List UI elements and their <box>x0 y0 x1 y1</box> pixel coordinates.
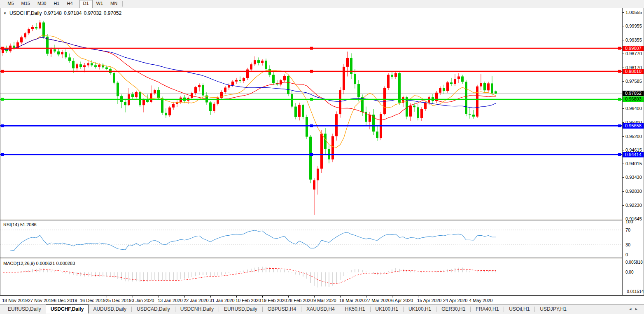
candle <box>480 74 482 90</box>
line-handle[interactable] <box>1 98 4 101</box>
date-label: 13 Jan 2020 <box>158 298 183 303</box>
timeframe-button-M30[interactable]: M30 <box>34 0 50 8</box>
price-tick-label: 0.96400 <box>625 106 642 111</box>
candle <box>79 62 82 69</box>
candle <box>220 90 223 99</box>
chart-tab-usdjpy-h1[interactable]: USDJPY,H1 <box>535 305 571 313</box>
date-tick <box>159 296 159 298</box>
candle <box>131 92 134 99</box>
chart-tab-xauusd-h4[interactable]: XAUUSD,H4 <box>302 305 339 313</box>
price-tick-label: 0.95200 <box>625 134 642 139</box>
line-handle[interactable] <box>1 153 4 156</box>
candle <box>354 69 356 89</box>
chart-plot-area[interactable]: ▼USDCHF,Daily0.971480.971840.970320.9705… <box>0 8 622 295</box>
chart-tab-usdcad-daily[interactable]: USDCAD,Daily <box>132 305 175 313</box>
chart-tab-usdcnh-daily[interactable]: USDCNH,Daily <box>176 305 218 313</box>
line-handle[interactable] <box>1 70 4 73</box>
candle <box>472 110 475 119</box>
tab-separator <box>219 307 219 312</box>
timeframe-button-M1[interactable]: M1 <box>0 0 4 8</box>
price-tick <box>623 12 624 13</box>
candle <box>350 53 352 79</box>
date-tick <box>262 296 263 298</box>
price-tick-label: 0.94015 <box>625 161 642 166</box>
line-handle[interactable] <box>310 47 313 50</box>
candle <box>120 94 123 108</box>
line-handle[interactable] <box>310 153 313 156</box>
timeframe-button-M5[interactable]: M5 <box>4 0 17 8</box>
date-label: 4 May 2020 <box>469 298 492 303</box>
chart-tab-usoil-h1[interactable]: USOil,H1 <box>504 305 534 313</box>
timeframe-button-H1[interactable]: H1 <box>50 0 63 8</box>
candle <box>287 75 289 96</box>
rsi-axis-label: 30 <box>625 242 630 248</box>
line-handle[interactable] <box>310 98 313 101</box>
price-tick-label: 0.98770 <box>625 51 642 56</box>
chart-tab-gbpusd-h4[interactable]: GBPUSD,H4 <box>263 305 301 313</box>
date-label: 27 Nov 2019 <box>28 298 54 303</box>
line-handle[interactable] <box>618 70 621 73</box>
candle <box>50 47 52 57</box>
candle <box>113 71 115 84</box>
date-axis[interactable]: 18 Nov 201927 Nov 20196 Dec 201916 Dec 2… <box>0 295 644 304</box>
chart-tab-eurusd-daily[interactable]: EURUSD,Daily <box>219 305 262 313</box>
line-handle[interactable] <box>618 153 621 156</box>
tab-separator <box>340 307 340 312</box>
candle <box>383 87 386 115</box>
candle <box>213 102 215 113</box>
chart-tab-fra40-h1[interactable]: FRA40,H1 <box>471 305 503 313</box>
chart-tab-bar: EURUSD,DailyUSDCHF,DailyAUDUSD,DailyUSDC… <box>0 304 644 314</box>
line-handle[interactable] <box>618 47 621 50</box>
timeframe-button-M15[interactable]: M15 <box>18 0 34 8</box>
tab-scroll-right-icon[interactable]: ► <box>635 307 641 311</box>
tab-separator <box>301 307 301 312</box>
candle <box>417 104 419 120</box>
chart-tab-uk100-h1[interactable]: UK100,H1 <box>371 305 403 313</box>
candle <box>150 85 152 103</box>
line-handle[interactable] <box>310 70 313 73</box>
price-tick <box>623 108 624 109</box>
date-tick <box>184 296 185 298</box>
chart-tab-uk100-h1[interactable]: UK100,H1 <box>404 305 436 313</box>
line-handle[interactable] <box>618 124 621 127</box>
macd-axis-label: 0.00 <box>625 269 633 275</box>
line-handle[interactable] <box>1 124 4 127</box>
quote-close: 0.97052 <box>104 10 121 16</box>
price-chart-canvas[interactable] <box>0 8 622 295</box>
chart-tab-audusd-daily[interactable]: AUDUSD,Daily <box>89 305 131 313</box>
price-tick <box>623 177 624 178</box>
timeframe-button-D1[interactable]: D1 <box>79 0 93 8</box>
date-tick <box>288 296 289 298</box>
timeframe-button-W1[interactable]: W1 <box>93 0 107 8</box>
tab-separator <box>262 307 263 312</box>
chart-tab-usdchf-daily[interactable]: USDCHF,Daily <box>46 305 89 314</box>
symbol-dropdown-icon[interactable]: ▼ <box>3 12 7 15</box>
tab-scroll-left-icon[interactable]: ◄ <box>628 307 635 311</box>
candle <box>154 89 156 95</box>
line-handle[interactable] <box>310 124 313 127</box>
price-tick <box>623 68 624 68</box>
date-tick <box>392 296 392 298</box>
rsi-axis-label: 0 <box>625 252 628 258</box>
line-handle[interactable] <box>1 47 4 50</box>
timeframe-button-H4[interactable]: H4 <box>63 0 76 8</box>
date-tick <box>210 296 211 298</box>
candle <box>102 63 104 69</box>
candle <box>13 42 15 50</box>
chart-tab-eurusd-daily[interactable]: EURUSD,Daily <box>3 305 46 313</box>
line-handle[interactable] <box>618 98 621 101</box>
candle <box>202 83 204 97</box>
chart-tab-ger30-h1[interactable]: GER30,H1 <box>437 305 470 313</box>
current-price-tag: 0.97052 <box>623 91 644 96</box>
price-axis[interactable]: 1.005550.999550.993550.987700.981700.975… <box>623 8 644 295</box>
chart-tab-hk50-h1[interactable]: HK50,H1 <box>341 305 370 313</box>
timeframe-button-MN[interactable]: MN <box>107 0 121 8</box>
tab-separator <box>534 307 535 312</box>
macd-signal-line <box>3 268 496 284</box>
date-label: 24 Apr 2020 <box>443 298 467 303</box>
price-tick-label: 0.92830 <box>625 189 642 194</box>
candle <box>76 63 78 70</box>
candle <box>54 45 56 53</box>
date-label: 16 Dec 2019 <box>80 298 105 303</box>
price-tick <box>623 191 624 192</box>
